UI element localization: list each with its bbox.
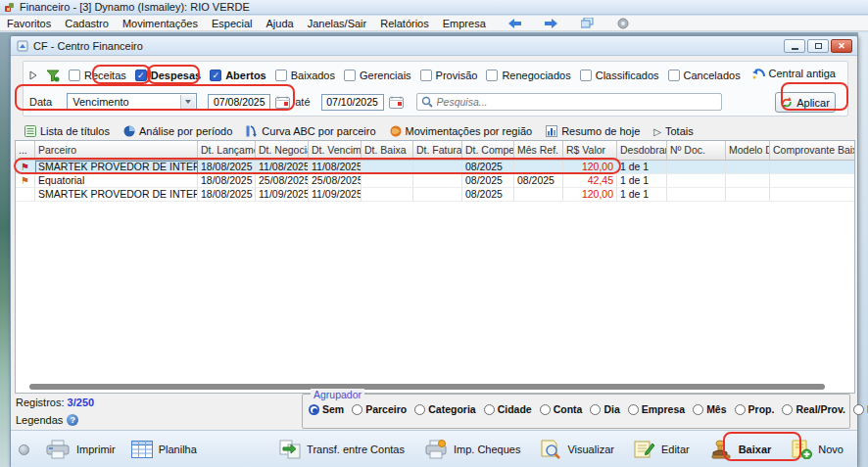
col-valor[interactable]: R$ Valor: [563, 141, 617, 161]
checkbox-classificados[interactable]: Classificados: [580, 70, 659, 81]
settings-gear-icon[interactable]: [617, 18, 629, 29]
radio-sem[interactable]: Sem: [309, 403, 344, 415]
forward-arrow-icon[interactable]: [545, 19, 557, 28]
menu-relatorios[interactable]: Relatórios: [373, 18, 436, 29]
data-label: Data: [29, 96, 52, 108]
checkbox-gerenciais[interactable]: Gerenciais: [344, 70, 411, 81]
totais-link[interactable]: ▷ Totais: [653, 125, 693, 137]
back-arrow-icon[interactable]: [508, 19, 521, 28]
menu-empresa[interactable]: Empresa: [436, 18, 493, 29]
col-modelo-doc[interactable]: Modelo Doc.: [726, 141, 770, 161]
analise-por-periodo-link[interactable]: Análise por período: [123, 125, 232, 137]
radio-parceiro[interactable]: Parceiro: [352, 403, 407, 415]
search-field: [416, 93, 722, 111]
filter-icon[interactable]: [46, 70, 60, 82]
menu-especial[interactable]: Especial: [205, 18, 260, 29]
checkbox-despesas[interactable]: Despesas: [135, 70, 201, 81]
horizontal-scrollbar-thumb[interactable]: [29, 384, 825, 390]
col-n-doc[interactable]: Nº Doc.: [667, 141, 726, 161]
col-dt-negociacao[interactable]: Dt. Negociação: [256, 141, 309, 161]
radio-dia[interactable]: Dia: [590, 403, 619, 415]
search-input[interactable]: [437, 96, 721, 108]
col-parceiro[interactable]: Parceiro: [35, 141, 198, 161]
central-antiga-link[interactable]: Central antiga: [751, 68, 837, 79]
movimentacoes-por-regiao-link[interactable]: Movimentações por região: [390, 125, 533, 137]
radio-dot: [853, 404, 864, 415]
col-dt-compet[interactable]: Dt. Compet...: [462, 141, 514, 161]
resumo-de-hoje-link[interactable]: Resumo de hoje: [546, 125, 640, 137]
checkbox-baixados[interactable]: Baixados: [275, 70, 335, 81]
cell-dt-vencimento: 25/08/2025: [309, 174, 362, 188]
checkbox-cancelados[interactable]: Cancelados: [668, 70, 741, 81]
col-mes-ref[interactable]: Mês Ref.: [514, 141, 563, 161]
bottom-left-group: Imprimir Planilha: [19, 437, 197, 462]
editar-button[interactable]: Editar: [634, 440, 690, 459]
date-to-input[interactable]: [321, 94, 384, 111]
menu-movimentacoes[interactable]: Movimentações: [116, 18, 205, 29]
checkbox-receitas[interactable]: Receitas: [69, 70, 126, 81]
col-dt-fatura[interactable]: Dt. Fatura...: [413, 141, 462, 161]
cascade-windows-icon[interactable]: [581, 18, 594, 28]
cell-parceiro: Equatorial: [35, 174, 198, 188]
visualizar-button[interactable]: Visualizar: [540, 440, 614, 459]
radio-categoria[interactable]: Categoria: [414, 403, 475, 415]
menu-cadastro[interactable]: Cadastro: [58, 18, 116, 29]
imp-cheques-button[interactable]: Imp. Cheques: [424, 440, 520, 459]
radio-empresa[interactable]: Empresa: [628, 403, 685, 415]
date-type-select[interactable]: Vencimento: [67, 93, 197, 111]
col-dots[interactable]: ...: [16, 141, 35, 161]
planilha-button[interactable]: Planilha: [131, 441, 197, 458]
checkbox-renegociados[interactable]: Renegociados: [486, 70, 570, 81]
col-dt-lancamento[interactable]: Dt. Lançamento: [198, 141, 256, 161]
imprimir-button[interactable]: Imprimir: [45, 440, 116, 459]
radio-real-prov[interactable]: Real/Prov.: [782, 403, 845, 415]
radio-mes[interactable]: Mês: [693, 403, 726, 415]
radio-dot: [414, 404, 425, 415]
cell-comprovante-baixa: [770, 188, 855, 202]
table-row[interactable]: SMARTEK PROVEDOR DE INTERNET LTDA (DOMI.…: [16, 188, 854, 202]
col-dt-vencimento[interactable]: Dt. Vencimento: [309, 141, 362, 161]
radio-prop[interactable]: Prop.: [735, 403, 775, 415]
filter-checkbox-row: Receitas Despesas Abertos Baixados Geren…: [29, 66, 842, 85]
table-row[interactable]: Equatorial 18/08/2025 25/08/2025 25/08/2…: [16, 174, 854, 188]
restore-button[interactable]: [807, 39, 829, 53]
round-icon[interactable]: [19, 444, 29, 455]
menu-janelas-sair[interactable]: Janelas/Sair: [301, 18, 374, 29]
col-desdobramento[interactable]: Desdobramento: [617, 141, 667, 161]
printer-icon: [45, 440, 71, 459]
checkbox-box: [668, 70, 680, 81]
curve-icon: [246, 125, 258, 137]
transfer-icon: [279, 440, 301, 459]
close-button[interactable]: ✕: [831, 39, 852, 53]
window-title: CF - Centro Financeiro: [33, 40, 143, 52]
aplicar-button[interactable]: Aplicar: [775, 92, 836, 113]
lista-de-titulos-link[interactable]: Lista de títulos: [24, 125, 110, 137]
help-icon[interactable]: ?: [67, 414, 78, 426]
table-header: ... Parceiro Dt. Lançamento Dt. Negociaç…: [16, 141, 854, 161]
radio-rec-desp[interactable]: Rec./Desp.: [853, 403, 868, 415]
table-row[interactable]: SMARTEK PROVEDOR DE INTERNET LTDA (DOMI.…: [16, 161, 854, 174]
checkbox-abertos[interactable]: Abertos: [210, 70, 266, 81]
expand-play-icon[interactable]: [29, 70, 37, 80]
transf-entre-contas-button[interactable]: Transf. entre Contas: [279, 440, 405, 459]
legendas[interactable]: Legendas ?: [16, 414, 78, 426]
minimize-button[interactable]: [784, 39, 805, 53]
checkbox-provisao[interactable]: Provisão: [420, 70, 478, 81]
titles-table: ... Parceiro Dt. Lançamento Dt. Negociaç…: [15, 140, 855, 394]
ate-label: até: [295, 96, 310, 108]
col-dt-baixa[interactable]: Dt. Baixa: [362, 141, 413, 161]
radio-cidade[interactable]: Cidade: [484, 403, 532, 415]
menu-favoritos[interactable]: Favoritos: [0, 18, 58, 29]
stamp-icon: [709, 440, 733, 459]
col-comprovante-baixa[interactable]: Comprovante Baixa: [770, 141, 855, 161]
calendar-icon[interactable]: [389, 96, 404, 109]
radio-dot: [590, 404, 601, 415]
curva-abc-link[interactable]: Curva ABC por parceiro: [246, 125, 375, 137]
date-from-input[interactable]: [208, 94, 270, 111]
novo-button[interactable]: Novo: [791, 440, 844, 459]
radio-conta[interactable]: Conta: [540, 403, 583, 415]
baixar-button[interactable]: Baixar: [709, 440, 772, 459]
menu-ajuda[interactable]: Ajuda: [260, 18, 301, 29]
calendar-icon[interactable]: [275, 96, 290, 109]
play-icon: ▷: [653, 126, 661, 137]
